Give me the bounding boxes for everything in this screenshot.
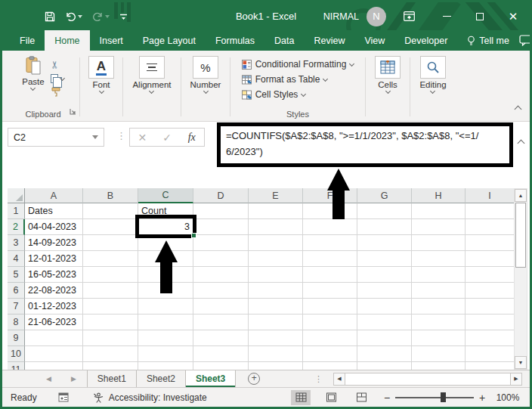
cell-I3[interactable] bbox=[466, 235, 515, 251]
column-header-F[interactable]: F bbox=[303, 188, 357, 203]
cell-I7[interactable] bbox=[466, 299, 515, 314]
cell-D3[interactable] bbox=[193, 235, 249, 251]
page-layout-view-button[interactable] bbox=[321, 390, 341, 405]
row-header-11[interactable]: 11 bbox=[8, 362, 25, 370]
cell-B11[interactable] bbox=[83, 362, 138, 370]
cell-D7[interactable] bbox=[193, 299, 249, 314]
tab-view[interactable]: View bbox=[354, 30, 394, 51]
cell-H2[interactable] bbox=[412, 219, 466, 235]
cell-B5[interactable] bbox=[83, 267, 138, 283]
cell-E11[interactable] bbox=[249, 362, 303, 370]
copy-button[interactable] bbox=[51, 74, 64, 83]
cell-E2[interactable] bbox=[249, 219, 303, 235]
zoom-out-button[interactable]: − bbox=[379, 392, 395, 404]
cell-B1[interactable] bbox=[83, 203, 138, 219]
collapse-formula-bar-button[interactable] bbox=[518, 135, 524, 149]
cell-C9[interactable] bbox=[138, 330, 193, 346]
cells-dropdown-icon[interactable] bbox=[385, 88, 390, 94]
cell-I11[interactable] bbox=[466, 362, 515, 370]
save-button[interactable] bbox=[45, 11, 55, 22]
tab-data[interactable]: Data bbox=[264, 30, 304, 51]
cell-H1[interactable] bbox=[412, 203, 466, 219]
cell-H10[interactable] bbox=[412, 346, 466, 362]
tab-home[interactable]: Home bbox=[45, 30, 89, 51]
row-header-2[interactable]: 2 bbox=[8, 219, 25, 235]
cell-A8[interactable]: 21-06-2023 bbox=[25, 314, 83, 330]
scroll-track[interactable] bbox=[515, 268, 527, 356]
editing-menu-button[interactable]: Editing bbox=[419, 56, 446, 107]
cell-I2[interactable] bbox=[466, 219, 515, 235]
cell-B2[interactable] bbox=[83, 219, 138, 235]
cell-G4[interactable] bbox=[357, 251, 412, 267]
cell-H5[interactable] bbox=[412, 267, 466, 283]
horizontal-scroll-track[interactable] bbox=[345, 373, 510, 386]
previous-sheet-button[interactable]: ◀ bbox=[46, 375, 51, 383]
row-header-8[interactable]: 8 bbox=[8, 314, 25, 330]
conditional-formatting-button[interactable]: Conditional Formatting bbox=[242, 59, 354, 70]
cell-F11[interactable] bbox=[303, 362, 357, 370]
cell-I6[interactable] bbox=[466, 283, 515, 299]
cell-H8[interactable] bbox=[412, 314, 466, 330]
sheet-tab-sheet3[interactable]: Sheet3 bbox=[186, 370, 236, 387]
cell-F3[interactable] bbox=[303, 235, 357, 251]
cell-G7[interactable] bbox=[357, 299, 412, 314]
cell-B3[interactable] bbox=[83, 235, 138, 251]
ribbon-display-options-button[interactable] bbox=[392, 2, 425, 30]
maximize-button[interactable] bbox=[463, 2, 496, 30]
cell-F8[interactable] bbox=[303, 314, 357, 330]
editing-dropdown-icon[interactable] bbox=[430, 88, 435, 94]
cell-A11[interactable] bbox=[25, 362, 83, 370]
column-header-C[interactable]: C bbox=[138, 188, 193, 203]
number-menu-button[interactable]: % Number bbox=[190, 56, 221, 107]
cut-button[interactable]: ✂ bbox=[51, 59, 64, 70]
normal-view-button[interactable] bbox=[291, 390, 311, 405]
cell-F10[interactable] bbox=[303, 346, 357, 362]
tab-page-layout[interactable]: Page Layout bbox=[133, 30, 206, 51]
redo-dropdown-icon[interactable] bbox=[105, 15, 110, 18]
column-header-B[interactable]: B bbox=[83, 188, 138, 203]
feedback-button[interactable] bbox=[519, 30, 532, 51]
macro-record-button[interactable] bbox=[58, 392, 69, 402]
redo-button[interactable] bbox=[92, 11, 110, 21]
cell-B4[interactable] bbox=[83, 251, 138, 267]
cell-F4[interactable] bbox=[303, 251, 357, 267]
cell-C7[interactable] bbox=[138, 299, 193, 314]
accessibility-status[interactable]: Accessibility: Investigate bbox=[93, 392, 207, 403]
cell-E3[interactable] bbox=[249, 235, 303, 251]
cell-A6[interactable]: 22-08-2023 bbox=[25, 283, 83, 299]
cell-G9[interactable] bbox=[357, 330, 412, 346]
new-sheet-button[interactable]: + bbox=[248, 373, 260, 385]
cell-A10[interactable] bbox=[25, 346, 83, 362]
cell-H4[interactable] bbox=[412, 251, 466, 267]
scroll-up-button[interactable]: ▲ bbox=[515, 189, 527, 202]
cell-A7[interactable]: 01-12-2023 bbox=[25, 299, 83, 314]
column-header-G[interactable]: G bbox=[357, 188, 412, 203]
next-sheet-button[interactable]: ▶ bbox=[71, 375, 76, 383]
close-button[interactable]: ✕ bbox=[496, 2, 530, 30]
cell-B10[interactable] bbox=[83, 346, 138, 362]
column-header-I[interactable]: I bbox=[466, 188, 515, 203]
cell-F1[interactable] bbox=[303, 203, 357, 219]
cell-I4[interactable] bbox=[466, 251, 515, 267]
cell-H9[interactable] bbox=[412, 330, 466, 346]
cell-G5[interactable] bbox=[357, 267, 412, 283]
select-all-corner[interactable] bbox=[8, 188, 25, 203]
cell-D1[interactable] bbox=[193, 203, 249, 219]
tab-review[interactable]: Review bbox=[304, 30, 354, 51]
avatar[interactable]: N bbox=[367, 7, 386, 26]
cell-G10[interactable] bbox=[357, 346, 412, 362]
cell-B9[interactable] bbox=[83, 330, 138, 346]
cell-D9[interactable] bbox=[193, 330, 249, 346]
cell-E1[interactable] bbox=[249, 203, 303, 219]
row-header-9[interactable]: 9 bbox=[8, 330, 25, 346]
cell-G11[interactable] bbox=[357, 362, 412, 370]
clipboard-dialog-launcher[interactable] bbox=[70, 104, 76, 118]
scroll-down-button[interactable]: ▼ bbox=[515, 356, 527, 369]
cell-F7[interactable] bbox=[303, 299, 357, 314]
cell-I1[interactable] bbox=[466, 203, 515, 219]
alignment-menu-button[interactable]: Alignment bbox=[132, 56, 171, 107]
cell-styles-dropdown-icon[interactable] bbox=[301, 91, 306, 96]
zoom-in-button[interactable]: + bbox=[474, 392, 490, 404]
cell-F2[interactable] bbox=[303, 219, 357, 235]
sheet-tab-sheet2[interactable]: Sheet2 bbox=[137, 370, 186, 387]
